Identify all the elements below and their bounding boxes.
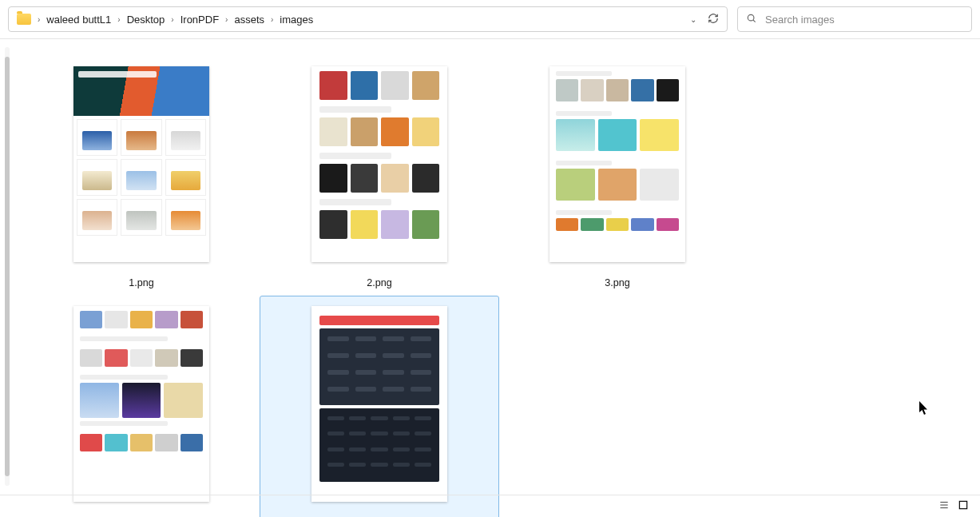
thumbnail bbox=[311, 306, 447, 502]
breadcrumb-waleed[interactable]: waleed buttL1 bbox=[46, 14, 111, 26]
chevron-right-icon: › bbox=[117, 15, 120, 24]
content-area: 1.png 2.png bbox=[0, 39, 980, 494]
file-item-4[interactable]: 4.png bbox=[22, 296, 260, 517]
chevron-right-icon: › bbox=[171, 15, 173, 24]
breadcrumb: waleed buttL1 › Desktop › IronPDF › asse… bbox=[46, 14, 684, 26]
svg-point-0 bbox=[748, 14, 754, 21]
file-label: 3.png bbox=[605, 277, 629, 288]
folder-icon bbox=[17, 14, 31, 25]
scrollbar[interactable] bbox=[5, 47, 10, 486]
file-label: 1.png bbox=[129, 277, 153, 288]
svg-line-1 bbox=[753, 19, 756, 22]
svg-rect-5 bbox=[959, 501, 966, 508]
breadcrumb-images[interactable]: images bbox=[280, 14, 313, 26]
file-item-2[interactable]: 2.png bbox=[260, 57, 498, 296]
chevron-right-icon: › bbox=[271, 15, 273, 24]
thumbnail bbox=[550, 66, 685, 262]
file-item-1[interactable]: 1.png bbox=[22, 57, 260, 296]
details-view-button[interactable] bbox=[938, 499, 950, 513]
file-item-5-selected[interactable]: 5.png bbox=[260, 296, 498, 517]
search-icon bbox=[746, 13, 757, 26]
chevron-right-icon: › bbox=[38, 15, 40, 24]
chevron-down-icon[interactable]: ⌄ bbox=[690, 15, 696, 24]
thumbnails-view-button[interactable] bbox=[958, 499, 969, 513]
breadcrumb-assets[interactable]: assets bbox=[234, 14, 264, 26]
breadcrumb-ironpdf[interactable]: IronPDF bbox=[181, 14, 219, 26]
thumbnail bbox=[73, 66, 209, 262]
thumbnail bbox=[311, 66, 447, 262]
file-grid[interactable]: 1.png 2.png bbox=[10, 39, 980, 494]
breadcrumb-desktop[interactable]: Desktop bbox=[127, 14, 165, 26]
file-item-3[interactable]: 3.png bbox=[498, 57, 736, 296]
file-label: 2.png bbox=[367, 277, 391, 288]
search-input[interactable] bbox=[765, 14, 963, 26]
refresh-button[interactable] bbox=[708, 13, 719, 26]
chevron-right-icon: › bbox=[225, 15, 228, 24]
status-bar bbox=[0, 495, 980, 517]
thumbnail bbox=[73, 306, 209, 502]
breadcrumb-bar[interactable]: › waleed buttL1 › Desktop › IronPDF › as… bbox=[8, 6, 728, 32]
address-toolbar: › waleed buttL1 › Desktop › IronPDF › as… bbox=[0, 0, 980, 39]
search-box[interactable] bbox=[737, 6, 972, 32]
